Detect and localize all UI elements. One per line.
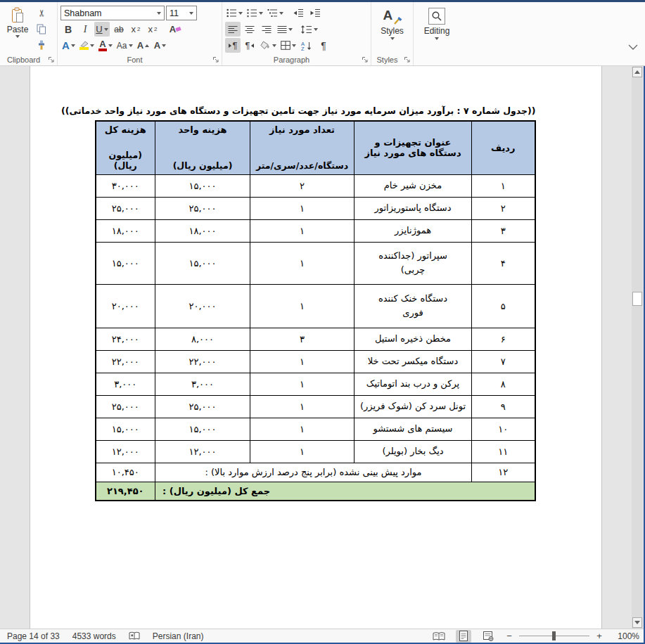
zoom-slider-thumb[interactable]: [552, 631, 556, 640]
cell-unit-cost[interactable]: ۲۰,۰۰۰: [155, 284, 250, 328]
cell-row-number[interactable]: ۸: [472, 373, 535, 395]
cell-total-cost[interactable]: ۳,۰۰۰: [96, 373, 155, 395]
cell-total-cost[interactable]: ۱۰,۴۵۰: [96, 463, 155, 482]
cell-quantity[interactable]: ۱: [250, 440, 355, 463]
sort-button[interactable]: A Z: [299, 38, 314, 53]
decrease-indent-button[interactable]: [290, 6, 306, 20]
format-painter-button[interactable]: [34, 38, 49, 53]
cell-row-number[interactable]: ۶: [472, 328, 535, 350]
cell-quantity[interactable]: ۱: [250, 395, 355, 418]
clipboard-dialog-launcher-icon[interactable]: [48, 56, 55, 63]
justify-button[interactable]: [276, 22, 294, 37]
cell-equipment-name[interactable]: هموژنایزر: [355, 219, 472, 242]
line-spacing-button[interactable]: [300, 22, 319, 37]
cell-total-cost[interactable]: ۱۲,۰۰۰: [96, 440, 155, 463]
cell-quantity[interactable]: ۱: [250, 242, 355, 284]
superscript-button[interactable]: x2: [145, 22, 160, 37]
language-indicator[interactable]: Persian (Iran): [153, 631, 204, 641]
cell-total-cost[interactable]: ۲۲,۰۰۰: [96, 350, 155, 373]
font-dialog-launcher-icon[interactable]: [212, 56, 219, 63]
page-indicator[interactable]: Page 14 of 33: [7, 631, 60, 641]
cell-row-number[interactable]: ۵: [472, 284, 535, 328]
cell-row-number[interactable]: ۴: [472, 242, 535, 284]
word-count[interactable]: 4533 words: [72, 631, 116, 641]
bullets-button[interactable]: [225, 6, 244, 20]
clear-formatting-button[interactable]: A: [167, 22, 183, 37]
paste-button[interactable]: Paste: [3, 6, 32, 54]
font-color-button[interactable]: A: [97, 38, 114, 53]
editing-button[interactable]: Editing: [419, 6, 454, 54]
cell-unit-cost[interactable]: ۳,۰۰۰: [155, 373, 250, 395]
borders-button[interactable]: [279, 38, 298, 53]
cell-unit-cost[interactable]: ۱۵,۰۰۰: [155, 418, 250, 440]
cell-grand-total-label[interactable]: جمع کل (میلیون ریال) :: [155, 482, 535, 501]
zoom-slider[interactable]: [519, 636, 589, 636]
cell-equipment-name[interactable]: دستگاه پاستوریزاتور: [355, 197, 472, 219]
shading-button[interactable]: [259, 38, 278, 53]
cut-button[interactable]: ✂: [34, 6, 49, 20]
cell-row-number[interactable]: ۷: [472, 350, 535, 373]
cell-row-number[interactable]: ۳: [472, 219, 535, 242]
table-caption[interactable]: ((جدول شماره ۷ : برآورد میزان سرمایه مور…: [96, 105, 536, 116]
cell-quantity[interactable]: ۱: [250, 197, 355, 219]
subscript-button[interactable]: x2: [128, 22, 143, 37]
cell-total-cost[interactable]: ۱۵,۰۰۰: [96, 418, 155, 440]
cell-unit-cost[interactable]: ۲۲,۰۰۰: [155, 350, 250, 373]
strikethrough-button[interactable]: ab: [111, 22, 127, 37]
cell-quantity[interactable]: ۱: [250, 418, 355, 440]
numbering-button[interactable]: [245, 6, 264, 20]
styles-dialog-launcher-icon[interactable]: [404, 56, 411, 63]
scroll-down-button[interactable]: [632, 617, 642, 628]
grow-font-button[interactable]: A: [136, 38, 151, 53]
bold-button[interactable]: B: [60, 22, 76, 37]
cell-quantity[interactable]: ۲: [250, 174, 355, 197]
italic-button[interactable]: I: [77, 22, 93, 37]
cell-equipment-name[interactable]: دیگ بخار (بویلر): [355, 440, 472, 463]
header-total-cost[interactable]: هزینه کل (میلیون ریال): [96, 121, 155, 174]
cell-unit-cost[interactable]: ۱۸,۰۰۰: [155, 219, 250, 242]
cell-unit-cost[interactable]: ۱۵,۰۰۰: [155, 174, 250, 197]
read-mode-button[interactable]: [431, 630, 447, 643]
shrink-font-button[interactable]: A: [153, 38, 168, 53]
align-left-button[interactable]: [225, 22, 241, 37]
cell-equipment-name[interactable]: تونل سرد کن (شوک فریزر): [355, 395, 472, 418]
scroll-up-button[interactable]: [632, 67, 642, 77]
cell-row-number[interactable]: ۹: [472, 395, 535, 418]
align-center-button[interactable]: [242, 22, 257, 37]
multilevel-list-button[interactable]: [266, 6, 285, 20]
cell-unit-cost[interactable]: ۲۵,۰۰۰: [155, 197, 250, 219]
zoom-in-button[interactable]: +: [595, 631, 604, 641]
cell-quantity[interactable]: ۱: [250, 350, 355, 373]
cell-row-number[interactable]: ۱۰: [472, 418, 535, 440]
header-equipment[interactable]: عنوان تجهیزات و دستگاه های مورد نیاز: [355, 121, 472, 174]
print-layout-button[interactable]: [456, 630, 471, 643]
zoom-out-button[interactable]: −: [505, 631, 513, 641]
cell-total-cost[interactable]: ۲۵,۰۰۰: [96, 197, 155, 219]
cell-quantity[interactable]: ۱: [250, 284, 355, 328]
cell-equipment-name[interactable]: مخزن شیر خام: [355, 174, 472, 197]
cell-equipment-name[interactable]: دستگاه خنک کننده فوری: [355, 284, 472, 328]
header-unit-cost[interactable]: هزینه واحد (میلیون ریال): [155, 121, 250, 174]
align-right-button[interactable]: [259, 22, 274, 37]
change-case-button[interactable]: Aa: [115, 38, 134, 53]
vertical-scrollbar[interactable]: [632, 66, 643, 629]
styles-button[interactable]: A Styles: [375, 6, 410, 54]
cell-unit-cost[interactable]: ۲۵,۰۰۰: [155, 395, 250, 418]
cell-total-cost[interactable]: ۲۴,۰۰۰: [96, 328, 155, 350]
cell-row-number[interactable]: ۱: [472, 174, 535, 197]
cell-unit-cost[interactable]: ۱۵,۰۰۰: [155, 242, 250, 284]
cell-equipment-name[interactable]: سیستم های شستشو: [355, 418, 472, 440]
ltr-text-direction-button[interactable]: ¶: [242, 38, 257, 53]
web-layout-button[interactable]: [480, 630, 496, 643]
cell-unit-cost[interactable]: ۸,۰۰۰: [155, 328, 250, 350]
document-page[interactable]: ((جدول شماره ۷ : برآورد میزان سرمایه مور…: [30, 66, 602, 629]
underline-button[interactable]: U: [94, 22, 110, 37]
cell-quantity[interactable]: ۱: [250, 219, 355, 242]
show-hide-paragraph-button[interactable]: ¶: [316, 38, 331, 53]
copy-button[interactable]: [34, 22, 49, 37]
font-size-combo[interactable]: 11: [166, 6, 197, 20]
proofing-errors-icon[interactable]: [129, 631, 140, 641]
cell-equipment-name[interactable]: مخطن ذخیره استیل: [355, 328, 472, 350]
rtl-text-direction-button[interactable]: ¶: [225, 38, 241, 53]
cell-row-number[interactable]: ۱۲: [472, 463, 535, 482]
